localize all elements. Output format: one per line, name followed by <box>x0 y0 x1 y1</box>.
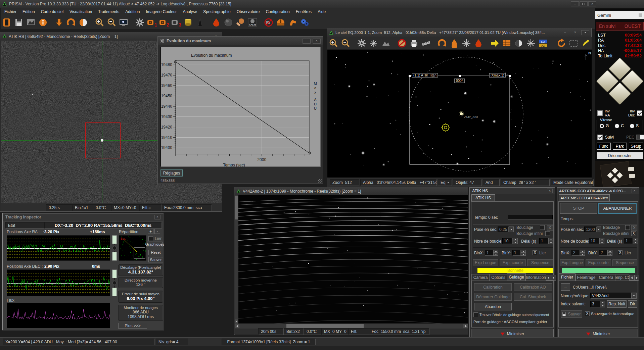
close-button[interactable]: × <box>588 1 596 6</box>
sky-zoom-out-icon[interactable] <box>339 38 352 49</box>
flame-icon[interactable] <box>448 38 460 49</box>
horizon-icon[interactable] <box>380 38 392 49</box>
close-icon[interactable]: × <box>571 30 579 35</box>
gemini-title-bar[interactable]: Gemini <box>595 11 644 19</box>
artemis-tab[interactable]: ARTEMIS CCD ATIK-460ex <box>559 194 610 201</box>
gear-icon[interactable] <box>134 17 146 28</box>
rep-nuit-button[interactable]: Rep. Nuit <box>607 300 627 308</box>
lier-checkbox[interactable] <box>148 236 153 241</box>
resize-grip[interactable] <box>318 179 322 183</box>
inv-ra-checkbox[interactable] <box>597 110 603 116</box>
menu-item-configuration[interactable]: Configuration <box>263 8 292 15</box>
goto-arrow-icon[interactable] <box>489 38 501 49</box>
stop-button[interactable]: STOP <box>560 203 597 214</box>
rotate-icon[interactable] <box>436 38 448 49</box>
eq-az-icon[interactable]: EQAZ <box>537 38 549 49</box>
calib-icon[interactable]: CALIB <box>246 17 259 28</box>
telescope-icon[interactable] <box>194 17 206 28</box>
tab-temp-cci[interactable]: Temp. CCI <box>615 274 629 281</box>
park-button[interactable]: Park <box>613 143 627 150</box>
pose-select[interactable]: 1200 <box>584 227 601 232</box>
v442-hscrollbar[interactable] <box>235 323 468 329</box>
cal-sharplock-button[interactable]: Cal. Sharplock <box>514 293 552 301</box>
v442-vscrollbar[interactable] <box>235 195 238 323</box>
menu-item-observatoire[interactable]: Observatoire <box>234 8 263 15</box>
scroll-right-icon[interactable] <box>551 275 556 281</box>
scale-plus-button[interactable]: + <box>148 229 153 234</box>
snowflake-icon[interactable] <box>525 38 537 49</box>
vitesse-radio-g[interactable]: G <box>600 123 609 128</box>
ra-scale-slider[interactable] <box>112 235 117 261</box>
evolution-title-bar[interactable]: Evolution du maximum – × <box>158 37 323 45</box>
zoom-out-icon[interactable] <box>105 17 118 28</box>
delai-spinner[interactable]: 1 <box>624 238 638 244</box>
demarrer-guidage-button[interactable]: Démarrer Guidage <box>474 293 512 301</box>
suivi-checkbox[interactable] <box>597 135 603 140</box>
tab-guidage[interactable]: Guidage <box>507 273 526 281</box>
nom-generique-select[interactable]: V442And <box>590 293 637 299</box>
menu-item-spectrographie[interactable]: Spectrographie <box>200 8 233 15</box>
starfield-icon[interactable] <box>368 38 380 49</box>
pec-toggle[interactable] <box>636 135 644 140</box>
menu-item-fichier[interactable]: Fichier <box>1 8 19 15</box>
biny-spinner[interactable]: 1 <box>512 250 526 256</box>
moon-sphere-icon[interactable] <box>222 17 234 28</box>
coord-system-select[interactable]: Eq <box>438 179 452 186</box>
histogram-icon[interactable] <box>25 17 37 28</box>
minimize-button[interactable]: – <box>571 1 579 6</box>
sequence-button[interactable]: Sequence <box>527 259 553 266</box>
tab-fen-trage[interactable]: Fenêtrage <box>576 274 597 281</box>
close-icon[interactable]: × <box>632 189 637 193</box>
lier-checkbox[interactable]: X <box>533 250 537 255</box>
menu-item-analyse[interactable]: Analyse <box>180 8 200 15</box>
camera3-icon[interactable]: 3 <box>170 17 182 28</box>
droplet-icon[interactable] <box>472 38 485 49</box>
open-icon[interactable] <box>1 17 13 28</box>
filterwheel-icon[interactable] <box>182 17 194 28</box>
inv-dec-checkbox[interactable] <box>637 110 642 116</box>
gear-sphere-icon[interactable] <box>356 38 368 49</box>
maximize-button[interactable] <box>580 1 588 6</box>
menu-item-aide[interactable]: Aide <box>315 8 329 15</box>
sauver-button[interactable]: Sauver <box>561 310 582 318</box>
zoom-in-icon[interactable] <box>93 17 105 28</box>
abandon-button[interactable]: Abandon <box>474 303 512 310</box>
reset-button[interactable]: Reset <box>148 250 163 255</box>
minimize-icon[interactable]: – <box>561 30 569 35</box>
menu-item-visualisation[interactable]: Visualisation <box>66 8 95 15</box>
graphiques-button[interactable]: Graphiques <box>147 242 163 247</box>
droplet-icon[interactable] <box>210 17 222 28</box>
bouclage-checkbox[interactable] <box>540 225 545 230</box>
tab-fichier[interactable]: Fichier <box>559 273 576 281</box>
nbre-spinner[interactable]: 10 <box>589 238 604 244</box>
tab-information[interactable]: Information <box>526 274 546 281</box>
nbre-spinner[interactable]: 10 <box>502 238 518 244</box>
rotate-arrow-icon[interactable] <box>65 17 77 28</box>
minimize-icon[interactable]: – <box>303 39 311 44</box>
calibration-button[interactable]: Calibration <box>474 283 512 291</box>
sequence-button[interactable]: Sequence <box>612 259 637 266</box>
plus-more-button[interactable]: Plus >>> <box>118 323 147 329</box>
delai-spinner[interactable]: 1 <box>539 238 553 244</box>
exp-courte-button[interactable]: Exp. courte <box>586 259 611 266</box>
scale-minus-button[interactable]: - <box>154 229 160 234</box>
scroll-left-icon[interactable] <box>629 275 634 281</box>
browse-button[interactable]: ... <box>561 283 570 291</box>
collimation-icon[interactable] <box>234 17 246 28</box>
scroll-left-icon[interactable] <box>546 275 551 281</box>
gears-icon[interactable] <box>299 17 311 28</box>
menu-item-addition[interactable]: Addition <box>122 8 143 15</box>
atik-panel-tab[interactable]: ATIK HS <box>471 194 495 201</box>
select-area-icon[interactable] <box>567 38 580 49</box>
vitesse-radio-c[interactable]: C <box>615 123 624 128</box>
abort-x-button[interactable]: X <box>631 225 637 231</box>
index-spinner[interactable]: 3 <box>590 301 605 307</box>
setup-button[interactable]: Setup <box>629 143 643 150</box>
close-icon[interactable]: × <box>547 189 553 193</box>
sky-map[interactable]: (1,1) ATIK Titan 000° (Xmax,1) V442_And … <box>327 50 592 178</box>
menu-item-carte-du-ciel[interactable]: Carte du ciel <box>38 8 66 15</box>
calibration-ao-button[interactable]: Calibration AO <box>514 283 552 291</box>
save-icon[interactable] <box>13 17 25 28</box>
pose-select[interactable]: 0.25 <box>498 227 514 232</box>
tab-cam-ra[interactable]: Caméra <box>471 274 490 281</box>
